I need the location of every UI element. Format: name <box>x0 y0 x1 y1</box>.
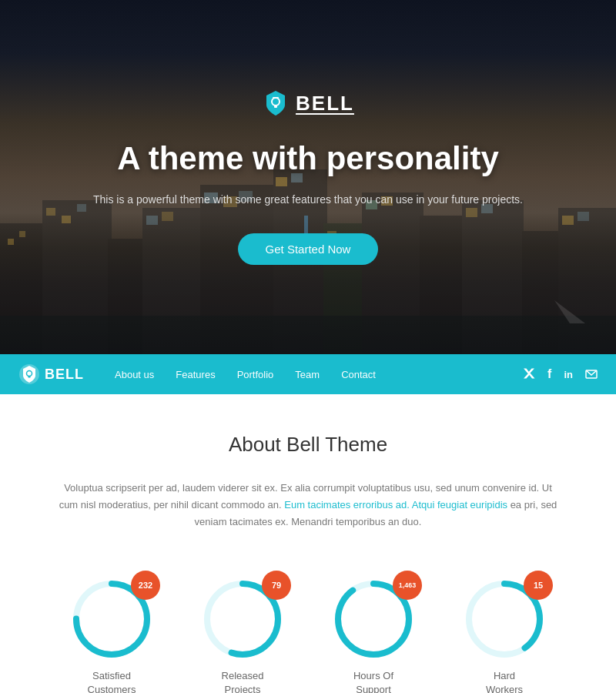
stat-badge-3: 1,463 <box>393 571 422 600</box>
stat-badge-1: 232 <box>131 571 160 600</box>
bell-shield-icon <box>262 89 290 117</box>
nav-link-team[interactable]: Team <box>295 369 320 380</box>
svg-rect-35 <box>274 105 277 108</box>
nav-logo[interactable]: BELL <box>18 363 84 385</box>
nav-link-features[interactable]: Features <box>176 369 215 380</box>
stat-circle-4: 15 <box>462 577 547 661</box>
stat-badge-2: 79 <box>262 571 291 600</box>
twitter-icon[interactable] <box>523 368 535 381</box>
nav-link-portfolio[interactable]: Portfolio <box>237 369 274 380</box>
svg-rect-39 <box>28 377 31 378</box>
about-section: About Bell Theme Voluptua scripserit per… <box>0 394 616 693</box>
email-icon[interactable] <box>585 368 598 381</box>
nav-link-contact[interactable]: Contact <box>341 369 376 380</box>
hero-headline: A theme with personality <box>93 140 523 177</box>
hero-logo-text: BELL <box>296 92 354 116</box>
stat-hard-workers: 15 HardWorkers <box>454 577 554 693</box>
nav-bell-icon <box>18 363 40 385</box>
svg-rect-4 <box>46 208 55 216</box>
stat-released-projects: 79 ReleasedProjects <box>192 577 293 693</box>
hero-content: BELL A theme with personality This is a … <box>78 74 538 280</box>
stat-hours-of-support: 1,463 Hours OfSupport <box>323 577 424 693</box>
about-title: About Bell Theme <box>46 433 570 457</box>
stat-label-4: HardWorkers <box>486 669 523 693</box>
svg-rect-36 <box>273 97 279 99</box>
stat-label-1: SatisfiedCustomers <box>88 669 136 693</box>
stat-circle-3: 1,463 <box>331 577 416 661</box>
stat-circle-2: 79 <box>200 577 285 661</box>
hero-logo: BELL <box>93 89 523 117</box>
facebook-icon[interactable]: f <box>547 367 551 381</box>
stat-label-2: ReleasedProjects <box>222 669 264 693</box>
svg-rect-1 <box>8 239 14 245</box>
svg-rect-31 <box>578 212 589 221</box>
hero-section: BELL A theme with personality This is a … <box>0 0 616 354</box>
svg-rect-2 <box>19 231 25 237</box>
about-paragraph: Voluptua scripserit per ad, laudem vider… <box>54 480 562 531</box>
nav-social: f in <box>523 367 598 381</box>
stat-label-3: Hours OfSupport <box>353 669 393 693</box>
get-started-button[interactable]: Get Started Now <box>238 233 379 265</box>
linkedin-icon[interactable]: in <box>564 369 573 380</box>
svg-rect-30 <box>562 216 574 225</box>
stats-section: 232 SatisfiedCustomers 79 ReleasedProjec… <box>46 561 570 693</box>
svg-rect-5 <box>62 216 71 223</box>
stat-circle-1: 232 <box>69 577 154 661</box>
stat-badge-4: 15 <box>524 571 553 600</box>
nav-links: About us Features Portfolio Team Contact <box>115 369 523 380</box>
stat-satisfied-customers: 232 SatisfiedCustomers <box>62 577 162 693</box>
nav-logo-text: BELL <box>45 367 84 383</box>
navbar: BELL About us Features Portfolio Team Co… <box>0 354 616 394</box>
svg-rect-32 <box>0 316 616 354</box>
nav-link-about[interactable]: About us <box>115 369 154 380</box>
hero-subheadline: This is a powerful theme with some great… <box>93 191 523 208</box>
